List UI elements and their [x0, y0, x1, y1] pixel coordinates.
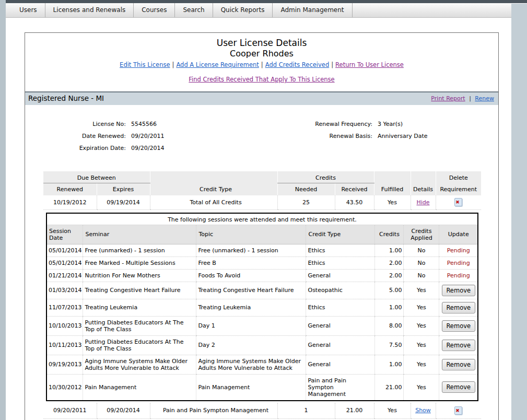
nav-tab-search[interactable]: Search	[175, 3, 213, 17]
session-row: 11/07/2013 Treating Leukemia Treating Le…	[46, 299, 478, 316]
main-nav: Users Licenses and Renewals Courses Sear…	[6, 3, 511, 18]
col-topic: Topic	[196, 225, 306, 244]
update-cell: Remove	[439, 282, 478, 299]
requirement-row-total: 10/19/2012 09/19/2014 Total of All Credi…	[43, 195, 481, 209]
seminar-cell: Free (unmarked) - 1 session	[83, 244, 196, 256]
credits-cell: 1.00	[375, 355, 404, 374]
show-details-link[interactable]: Show	[415, 407, 431, 414]
update-cell: Remove	[439, 299, 478, 316]
credit-type-cell: General	[306, 316, 375, 335]
renewed-cell: 10/19/2012	[43, 195, 97, 209]
col-delete-requirement-line2: Requirement	[436, 183, 481, 195]
date-renewed-value: 09/20/2011	[131, 133, 164, 139]
credits-applied-cell: Yes	[404, 316, 439, 335]
credits-cell: 7.50	[375, 335, 404, 355]
credit-type-cell: Ethics	[306, 256, 375, 269]
col-credit-type: Credit Type	[306, 225, 375, 244]
topic-cell: Treating Leukemia	[196, 299, 306, 316]
remove-button[interactable]: Remove	[442, 320, 475, 332]
credits-cell: 5.00	[375, 282, 404, 299]
nav-tab-licenses-and-renewals[interactable]: Licenses and Renewals	[45, 3, 134, 17]
print-report-link[interactable]: Print Report	[431, 95, 465, 102]
user-name: Cooper Rhodes	[25, 49, 498, 59]
renew-link[interactable]: Renew	[475, 95, 494, 102]
seminar-cell: Treating Leukemia	[83, 299, 196, 316]
add-credits-received-link[interactable]: Add Credits Received	[265, 61, 329, 68]
nav-tab-courses[interactable]: Courses	[134, 3, 175, 17]
expires-cell: 09/20/2014	[97, 403, 150, 419]
license-header-bar: Registered Nurse - MI Print Report | Ren…	[25, 91, 498, 105]
credits-cell: 8.00	[375, 316, 404, 335]
credits-applied-cell: No	[404, 269, 439, 282]
col-update: Update	[439, 225, 478, 244]
license-no-value: 5545566	[131, 121, 157, 127]
remove-button[interactable]: Remove	[442, 340, 475, 351]
link-separator: |	[261, 61, 263, 68]
due-between-group-header: Due Between	[43, 171, 150, 183]
renewed-cell: 09/20/2011	[43, 403, 97, 419]
edit-license-link[interactable]: Edit This License	[120, 61, 170, 68]
col-seminar: Seminar	[83, 225, 196, 244]
find-credits-link[interactable]: Find Credits Received That Apply To This…	[189, 76, 334, 83]
license-no-label: License No:	[25, 121, 126, 127]
seminar-cell: Putting Diabetes Educators At The Top of…	[83, 316, 196, 335]
delete-cell: ✖	[436, 403, 481, 419]
pending-status: Pending	[447, 260, 470, 266]
right-edge-strip	[511, 4, 527, 420]
credits-applied-cell: Yes	[404, 282, 439, 299]
details-cell: Hide	[411, 195, 436, 209]
session-row: 01/21/2014 Nutrition For New Mothers Foo…	[46, 269, 478, 282]
needed-cell: 1	[277, 403, 335, 419]
delete-requirement-icon[interactable]: ✖	[454, 198, 462, 206]
credit-type-cell: General	[306, 335, 375, 355]
license-details-panel: User License Details Cooper Rhodes Edit …	[25, 32, 499, 420]
session-date-cell: 10/11/2013	[46, 335, 83, 355]
add-license-requirement-link[interactable]: Add A License Requirement	[176, 61, 259, 68]
credit-type-cell: Ethics	[306, 299, 375, 316]
topic-cell: Treating Congestive Heart Failure	[196, 282, 306, 299]
fulfilled-cell: Yes	[374, 195, 411, 209]
credit-type-cell: General	[306, 355, 375, 374]
pending-status: Pending	[447, 272, 470, 279]
topic-cell: Foods To Avoid	[196, 269, 306, 282]
remove-button[interactable]: Remove	[442, 302, 475, 313]
session-date-cell: 10/10/2013	[46, 316, 83, 335]
expires-cell: 09/19/2014	[97, 195, 150, 209]
nav-tab-quick-reports[interactable]: Quick Reports	[213, 3, 273, 17]
credits-applied-cell: No	[404, 244, 439, 256]
nav-tab-admin-management[interactable]: Admin Management	[273, 3, 352, 17]
sessions-table: The following sessions were attended and…	[46, 213, 478, 401]
seminar-cell: Nutrition For New Mothers	[83, 269, 196, 282]
session-date-cell: 05/01/2014	[46, 256, 83, 269]
hide-details-link[interactable]: Hide	[416, 199, 429, 206]
session-date-cell: 01/03/2014	[46, 282, 83, 299]
license-title: Registered Nurse - MI	[28, 92, 104, 105]
expiration-date-label: Expiration Date:	[25, 145, 126, 151]
update-cell: Pending	[439, 256, 478, 269]
renewal-frequency-label: Renewal Frequency:	[244, 121, 372, 127]
delete-requirement-icon[interactable]: ✖	[454, 406, 462, 415]
delete-requirement-header-line1: Delete	[436, 171, 481, 183]
credits-applied-cell: Yes	[404, 335, 439, 355]
session-row: 10/30/2012 Pain Management Pain Manageme…	[46, 374, 478, 401]
remove-button[interactable]: Remove	[442, 359, 475, 370]
license-info-right: Renewal Frequency: 3 Year(s) Renewal Bas…	[244, 121, 428, 157]
topic-cell: Pain Management	[196, 374, 306, 401]
remove-button[interactable]: Remove	[442, 381, 475, 393]
col-session-date: Session Date	[46, 225, 83, 244]
col-credit-type: Credit Type	[150, 183, 277, 195]
renewal-basis-value: Anniversary Date	[378, 133, 428, 139]
update-cell: Remove	[439, 355, 478, 374]
pending-status: Pending	[447, 247, 470, 254]
topic-cell: Aging Immune Systems Make Older Adults M…	[196, 355, 306, 374]
nav-tab-users[interactable]: Users	[11, 3, 45, 17]
credits-cell: 21.00	[375, 374, 404, 401]
session-row: 05/01/2014 Free Marked - Multiple Sessio…	[46, 256, 478, 269]
return-to-user-license-link[interactable]: Return To User License	[335, 61, 404, 68]
session-row: 10/10/2013 Putting Diabetes Educators At…	[46, 316, 478, 335]
col-renewed: Renewed	[43, 183, 97, 195]
update-cell: Pending	[439, 269, 478, 282]
remove-button[interactable]: Remove	[442, 285, 475, 296]
session-date-cell: 11/07/2013	[46, 299, 83, 316]
credit-type-cell: Ethics	[306, 244, 375, 256]
